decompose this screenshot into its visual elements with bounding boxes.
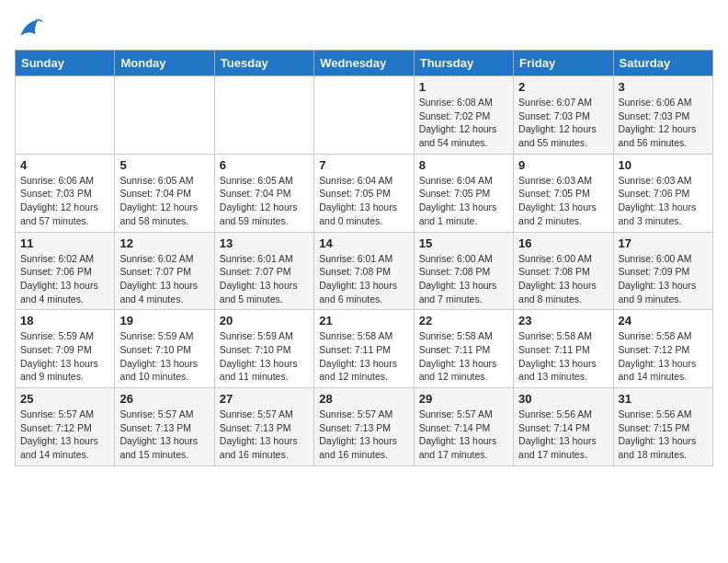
- calendar-cell: [214, 76, 313, 155]
- day-info: Sunrise: 6:02 AM Sunset: 7:07 PM Dayligh…: [119, 252, 209, 306]
- day-number: 27: [220, 392, 309, 406]
- day-number: 29: [419, 392, 508, 406]
- day-number: 19: [119, 314, 209, 327]
- day-info: Sunrise: 6:04 AM Sunset: 7:05 PM Dayligh…: [419, 174, 508, 228]
- calendar-cell: 2Sunrise: 6:07 AM Sunset: 7:03 PM Daylig…: [514, 76, 613, 155]
- day-number: 13: [220, 236, 309, 250]
- calendar-cell: [16, 76, 115, 155]
- calendar-cell: 22Sunrise: 5:58 AM Sunset: 7:11 PM Dayli…: [414, 310, 513, 388]
- calendar-cell: 7Sunrise: 6:04 AM Sunset: 7:05 PM Daylig…: [314, 154, 414, 232]
- calendar-cell: 3Sunrise: 6:06 AM Sunset: 7:03 PM Daylig…: [613, 76, 712, 155]
- day-info: Sunrise: 5:58 AM Sunset: 7:11 PM Dayligh…: [419, 329, 508, 384]
- calendar-cell: 14Sunrise: 6:01 AM Sunset: 7:08 PM Dayli…: [314, 232, 414, 310]
- day-info: Sunrise: 6:01 AM Sunset: 7:08 PM Dayligh…: [319, 252, 408, 306]
- day-number: 30: [518, 392, 608, 406]
- day-number: 6: [220, 158, 309, 172]
- calendar-cell: [314, 76, 414, 155]
- calendar-cell: 4Sunrise: 6:06 AM Sunset: 7:03 PM Daylig…: [16, 154, 115, 232]
- weekday-header-thursday: Thursday: [414, 51, 513, 76]
- day-number: 9: [518, 158, 608, 172]
- weekday-header-friday: Friday: [514, 51, 613, 76]
- day-number: 14: [319, 236, 408, 250]
- day-info: Sunrise: 6:01 AM Sunset: 7:07 PM Dayligh…: [220, 252, 309, 306]
- day-info: Sunrise: 5:59 AM Sunset: 7:09 PM Dayligh…: [20, 329, 109, 384]
- day-info: Sunrise: 6:05 AM Sunset: 7:04 PM Dayligh…: [119, 174, 209, 228]
- calendar-cell: 23Sunrise: 5:58 AM Sunset: 7:11 PM Dayli…: [514, 310, 613, 388]
- calendar-cell: 27Sunrise: 5:57 AM Sunset: 7:13 PM Dayli…: [214, 388, 313, 466]
- day-info: Sunrise: 6:00 AM Sunset: 7:08 PM Dayligh…: [419, 252, 508, 306]
- calendar-cell: 6Sunrise: 6:05 AM Sunset: 7:04 PM Daylig…: [214, 154, 313, 232]
- weekday-header-saturday: Saturday: [613, 51, 712, 76]
- calendar-week-row: 11Sunrise: 6:02 AM Sunset: 7:06 PM Dayli…: [16, 232, 713, 310]
- calendar-cell: 26Sunrise: 5:57 AM Sunset: 7:13 PM Dayli…: [115, 388, 214, 466]
- day-number: 15: [419, 236, 508, 250]
- calendar-week-row: 4Sunrise: 6:06 AM Sunset: 7:03 PM Daylig…: [16, 154, 713, 232]
- day-info: Sunrise: 5:59 AM Sunset: 7:10 PM Dayligh…: [119, 329, 209, 384]
- day-number: 23: [518, 314, 608, 327]
- day-info: Sunrise: 5:57 AM Sunset: 7:13 PM Dayligh…: [319, 408, 408, 462]
- calendar-cell: 5Sunrise: 6:05 AM Sunset: 7:04 PM Daylig…: [115, 154, 214, 232]
- calendar-week-row: 25Sunrise: 5:57 AM Sunset: 7:12 PM Dayli…: [16, 388, 713, 466]
- calendar-cell: 12Sunrise: 6:02 AM Sunset: 7:07 PM Dayli…: [115, 232, 214, 310]
- calendar-cell: 28Sunrise: 5:57 AM Sunset: 7:13 PM Dayli…: [314, 388, 414, 466]
- day-info: Sunrise: 6:06 AM Sunset: 7:03 PM Dayligh…: [619, 96, 708, 150]
- calendar-week-row: 18Sunrise: 5:59 AM Sunset: 7:09 PM Dayli…: [16, 310, 713, 388]
- day-number: 28: [319, 392, 408, 406]
- day-number: 10: [619, 158, 708, 172]
- calendar-cell: 30Sunrise: 5:56 AM Sunset: 7:14 PM Dayli…: [514, 388, 613, 466]
- calendar-cell: 20Sunrise: 5:59 AM Sunset: 7:10 PM Dayli…: [214, 310, 313, 388]
- day-info: Sunrise: 6:07 AM Sunset: 7:03 PM Dayligh…: [518, 96, 608, 150]
- day-number: 31: [619, 392, 708, 406]
- logo-icon: [15, 15, 44, 40]
- day-number: 5: [119, 158, 209, 172]
- day-info: Sunrise: 5:56 AM Sunset: 7:15 PM Dayligh…: [619, 408, 708, 462]
- calendar-cell: 21Sunrise: 5:58 AM Sunset: 7:11 PM Dayli…: [314, 310, 414, 388]
- calendar-cell: 9Sunrise: 6:03 AM Sunset: 7:05 PM Daylig…: [514, 154, 613, 232]
- calendar-cell: 31Sunrise: 5:56 AM Sunset: 7:15 PM Dayli…: [613, 388, 712, 466]
- calendar-cell: [115, 76, 214, 155]
- weekday-header-monday: Monday: [115, 51, 214, 76]
- calendar-cell: 24Sunrise: 5:58 AM Sunset: 7:12 PM Dayli…: [613, 310, 712, 388]
- day-number: 12: [119, 236, 209, 250]
- calendar-cell: 8Sunrise: 6:04 AM Sunset: 7:05 PM Daylig…: [414, 154, 513, 232]
- day-info: Sunrise: 5:57 AM Sunset: 7:13 PM Dayligh…: [220, 408, 309, 462]
- calendar-cell: 15Sunrise: 6:00 AM Sunset: 7:08 PM Dayli…: [414, 232, 513, 310]
- day-info: Sunrise: 6:04 AM Sunset: 7:05 PM Dayligh…: [319, 174, 408, 228]
- day-number: 7: [319, 158, 408, 172]
- weekday-header-wednesday: Wednesday: [314, 51, 414, 76]
- day-info: Sunrise: 5:58 AM Sunset: 7:11 PM Dayligh…: [319, 329, 408, 384]
- day-info: Sunrise: 6:03 AM Sunset: 7:06 PM Dayligh…: [619, 174, 708, 228]
- day-number: 16: [518, 236, 608, 250]
- calendar-cell: 11Sunrise: 6:02 AM Sunset: 7:06 PM Dayli…: [16, 232, 115, 310]
- page-header: [15, 15, 713, 40]
- calendar-header-row: SundayMondayTuesdayWednesdayThursdayFrid…: [16, 51, 713, 76]
- weekday-header-tuesday: Tuesday: [214, 51, 313, 76]
- calendar-cell: 25Sunrise: 5:57 AM Sunset: 7:12 PM Dayli…: [16, 388, 115, 466]
- day-info: Sunrise: 6:06 AM Sunset: 7:03 PM Dayligh…: [20, 174, 109, 228]
- calendar-cell: 1Sunrise: 6:08 AM Sunset: 7:02 PM Daylig…: [414, 76, 513, 155]
- calendar-cell: 19Sunrise: 5:59 AM Sunset: 7:10 PM Dayli…: [115, 310, 214, 388]
- day-info: Sunrise: 5:57 AM Sunset: 7:12 PM Dayligh…: [20, 408, 109, 462]
- day-info: Sunrise: 6:00 AM Sunset: 7:09 PM Dayligh…: [619, 252, 708, 306]
- calendar-table: SundayMondayTuesdayWednesdayThursdayFrid…: [15, 50, 713, 466]
- day-info: Sunrise: 5:58 AM Sunset: 7:12 PM Dayligh…: [619, 329, 708, 384]
- day-info: Sunrise: 6:02 AM Sunset: 7:06 PM Dayligh…: [20, 252, 109, 306]
- day-info: Sunrise: 6:03 AM Sunset: 7:05 PM Dayligh…: [518, 174, 608, 228]
- day-info: Sunrise: 6:08 AM Sunset: 7:02 PM Dayligh…: [419, 96, 508, 150]
- day-number: 17: [619, 236, 708, 250]
- day-info: Sunrise: 6:00 AM Sunset: 7:08 PM Dayligh…: [518, 252, 608, 306]
- logo: [15, 15, 48, 40]
- day-info: Sunrise: 6:05 AM Sunset: 7:04 PM Dayligh…: [220, 174, 309, 228]
- calendar-cell: 18Sunrise: 5:59 AM Sunset: 7:09 PM Dayli…: [16, 310, 115, 388]
- calendar-cell: 17Sunrise: 6:00 AM Sunset: 7:09 PM Dayli…: [613, 232, 712, 310]
- weekday-header-sunday: Sunday: [16, 51, 115, 76]
- day-number: 3: [619, 80, 708, 94]
- day-number: 18: [20, 314, 109, 327]
- day-info: Sunrise: 5:56 AM Sunset: 7:14 PM Dayligh…: [518, 408, 608, 462]
- calendar-cell: 29Sunrise: 5:57 AM Sunset: 7:14 PM Dayli…: [414, 388, 513, 466]
- day-info: Sunrise: 5:57 AM Sunset: 7:14 PM Dayligh…: [419, 408, 508, 462]
- calendar-cell: 10Sunrise: 6:03 AM Sunset: 7:06 PM Dayli…: [613, 154, 712, 232]
- calendar-cell: 13Sunrise: 6:01 AM Sunset: 7:07 PM Dayli…: [214, 232, 313, 310]
- day-number: 1: [419, 80, 508, 94]
- day-number: 21: [319, 314, 408, 327]
